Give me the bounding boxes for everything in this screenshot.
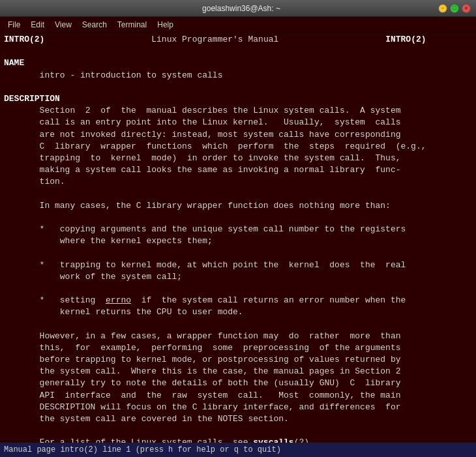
menu-help[interactable]: Help bbox=[152, 19, 179, 31]
para3-post: (2). bbox=[294, 437, 314, 443]
header-center: Linux Programmer's Manual bbox=[151, 35, 278, 44]
desc-line4: C library wrapper functions which perfor… bbox=[4, 141, 426, 151]
terminal-content[interactable]: INTRO(2) Linux Programmer's Manual INTRO… bbox=[0, 33, 476, 443]
window-title: goelashwin36@Ash: ~ bbox=[44, 4, 438, 13]
para3-pre: For a list of the Linux system calls, se… bbox=[4, 437, 253, 443]
desc-line14: * trapping to kernel mode, at which poin… bbox=[4, 260, 406, 270]
para2-line5: generally try to note the details of bot… bbox=[4, 378, 401, 388]
name-section: NAME bbox=[4, 58, 24, 68]
desc-line9: In many cases, the C library wrapper fun… bbox=[4, 201, 391, 211]
desc-line3: are not invoked directly: instead, most … bbox=[4, 130, 401, 140]
status-bar: Manual page intro(2) line 1 (press h for… bbox=[0, 443, 476, 457]
name-content: intro - introduction to system calls bbox=[4, 70, 222, 80]
menu-view[interactable]: View bbox=[50, 19, 77, 31]
desc-line12: where the kernel expects them; bbox=[4, 236, 213, 246]
para2-line2: this, for example, performing some prepr… bbox=[4, 343, 401, 353]
close-button[interactable]: ✕ bbox=[462, 4, 471, 13]
app-window: goelashwin36@Ash: ~ – □ ✕ File Edit View… bbox=[0, 0, 476, 457]
description-section: DESCRIPTION bbox=[4, 94, 60, 104]
para2-line3: before trapping to kernel mode, or postp… bbox=[4, 355, 401, 364]
desc-line15: work of the system call; bbox=[4, 272, 182, 282]
desc-line7: tion. bbox=[4, 177, 65, 186]
header-center-space bbox=[44, 35, 151, 44]
desc-line17-post: if the system call returns an error numb… bbox=[131, 295, 406, 305]
title-bar: goelashwin36@Ash: ~ – □ ✕ bbox=[0, 0, 476, 17]
header-left: INTRO(2) bbox=[4, 35, 44, 44]
header-right-space bbox=[278, 35, 385, 44]
header-right: INTRO(2) bbox=[385, 35, 426, 44]
errno-text: errno bbox=[106, 295, 131, 305]
desc-line2: call is an entry point into the Linux ke… bbox=[4, 117, 401, 127]
syscalls-text: syscalls bbox=[253, 437, 293, 443]
desc-line5: trapping to kernel mode) in order to inv… bbox=[4, 153, 401, 163]
menu-edit[interactable]: Edit bbox=[25, 19, 50, 31]
menu-terminal[interactable]: Terminal bbox=[112, 19, 152, 31]
maximize-button[interactable]: □ bbox=[450, 4, 459, 13]
desc-line18: kernel returns the CPU to user mode. bbox=[4, 307, 243, 317]
minimize-button[interactable]: – bbox=[438, 4, 447, 13]
para2-line1: However, in a few cases, a wrapper funct… bbox=[4, 331, 401, 341]
window-controls: – □ ✕ bbox=[438, 4, 471, 13]
desc-line6: making a system call looks the same as i… bbox=[4, 165, 401, 175]
desc-line11: * copying arguments and the unique syste… bbox=[4, 224, 406, 234]
menu-search[interactable]: Search bbox=[77, 19, 112, 31]
menu-file[interactable]: File bbox=[3, 19, 25, 31]
para2-line4: the system call. Where this is the case,… bbox=[4, 366, 401, 376]
terminal-output: INTRO(2) Linux Programmer's Manual INTRO… bbox=[4, 34, 472, 443]
menu-bar: File Edit View Search Terminal Help bbox=[0, 17, 476, 33]
para2-line6: API interface and the raw system call. M… bbox=[4, 391, 401, 400]
status-text: Manual page intro(2) line 1 (press h for… bbox=[4, 445, 281, 454]
para2-line8: the system call are covered in the NOTES… bbox=[4, 414, 289, 424]
para2-line7: DESCRIPTION will focus on the C library … bbox=[4, 402, 401, 412]
desc-line1: Section 2 of the manual describes the Li… bbox=[4, 106, 401, 115]
desc-line17-pre: * setting bbox=[4, 295, 106, 305]
